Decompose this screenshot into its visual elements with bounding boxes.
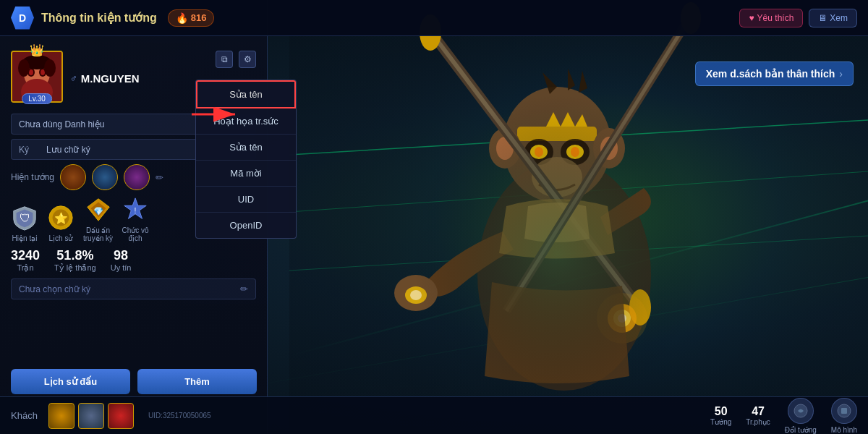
page-title: Thông tin kiện tướng xyxy=(41,11,157,25)
mo-hinh-icon xyxy=(831,398,857,424)
stat-ty-le-value: 51.8% xyxy=(56,248,93,263)
tuong-num: 50 xyxy=(715,405,728,418)
top-bar: D Thông tin kiện tướng 🔥 816 ♥ Yêu thích… xyxy=(0,0,868,36)
mo-hinh-button[interactable]: Mô hình xyxy=(831,398,857,434)
signature-placeholder: Chưa chọn chữ ký xyxy=(19,284,90,294)
badge-lich-su[interactable]: ⭐ Lịch sử xyxy=(47,204,75,242)
profile-name: M.NGUYEN xyxy=(81,72,140,85)
hien-tuong-avatar-1[interactable] xyxy=(60,164,86,190)
avatar-level: Lv.30 xyxy=(22,93,52,104)
them-button[interactable]: Thêm xyxy=(137,369,257,394)
settings-button[interactable]: ⚙ xyxy=(239,51,256,68)
stat-tran-label: Trận xyxy=(17,263,33,273)
avatar-wrapper: 👑 Lv.30 xyxy=(11,51,63,103)
svg-rect-62 xyxy=(841,408,847,414)
svg-text:⭐: ⭐ xyxy=(54,211,68,225)
badge-chuc-vo-dich[interactable]: ! Chức vôđịch xyxy=(122,196,149,242)
lich-su-button[interactable]: Lịch sử đấu xyxy=(11,369,130,394)
hien-tuong-edit-icon[interactable]: ✏ xyxy=(156,172,163,183)
stat-uy-tin: 98 Uy tín xyxy=(111,248,132,273)
dropdown-item-openid[interactable]: OpenID xyxy=(196,213,296,238)
doi-tuong-label: Đổi tướng xyxy=(785,426,817,434)
signature-edit-icon[interactable]: ✏ xyxy=(240,284,248,294)
fire-counter: 🔥 816 xyxy=(168,9,215,27)
badge-hien-tai-label: Hiện tại xyxy=(12,234,38,242)
badge-dau-an[interactable]: 💎 Dấu ấntruyền kỳ xyxy=(83,196,113,242)
tr-phuc-num: 47 xyxy=(752,405,765,418)
gender-icon: ♂ xyxy=(70,73,77,84)
monitor-icon: 🖥 xyxy=(818,13,827,23)
tooltip-text: Xem d.sách bản thân thích xyxy=(706,68,835,80)
svg-text:!: ! xyxy=(135,207,137,215)
khach-avatar-2[interactable] xyxy=(78,403,104,429)
fire-icon: 🔥 xyxy=(176,12,188,24)
profile-icons-row: ⧉ ⚙ xyxy=(70,51,256,68)
fire-count: 816 xyxy=(191,12,207,23)
badge-chuc-vo-dich-label: Chức vôđịch xyxy=(122,226,148,242)
khach-label: Khách xyxy=(11,410,38,421)
doi-tuong-icon xyxy=(788,398,814,424)
hien-tuong-avatar-2[interactable] xyxy=(92,164,118,190)
ky-label: Ký xyxy=(19,145,41,155)
dropdown-item-ma-moi[interactable]: Mã mời xyxy=(196,161,296,187)
stats-row: 3240 Trận 51.8% Tỷ lệ thắng 98 Uy tín xyxy=(11,248,256,273)
doi-tuong-button[interactable]: Đổi tướng xyxy=(785,398,817,434)
xem-button[interactable]: 🖥 Xem xyxy=(809,9,857,27)
stat-tran: 3240 Trận xyxy=(11,248,40,273)
tooltip-arrow-icon: › xyxy=(839,68,843,80)
crown-icon: 👑 xyxy=(30,43,44,57)
stat-uy-tin-label: Uy tín xyxy=(111,263,132,272)
khach-avatar-1[interactable] xyxy=(48,403,75,429)
svg-text:🛡: 🛡 xyxy=(20,212,30,224)
svg-point-38 xyxy=(412,94,702,412)
top-bar-actions: ♥ Yêu thích 🖥 Xem xyxy=(739,9,857,27)
badge-lich-su-label: Lịch sử xyxy=(49,234,73,242)
tuong-stat: 50 Tướng xyxy=(710,405,731,426)
stat-ty-le: 51.8% Tỷ lệ thắng xyxy=(54,248,96,273)
badge-dau-an-label: Dấu ấntruyền kỳ xyxy=(83,226,113,242)
uid-text: UID:325170050065 xyxy=(148,412,211,420)
svg-point-44 xyxy=(29,69,33,75)
signature-row: Chưa chọn chữ ký ✏ xyxy=(11,278,256,299)
stat-uy-tin-value: 98 xyxy=(114,248,128,263)
hien-tuong-avatar-3[interactable] xyxy=(124,164,150,190)
stat-ty-le-label: Tỷ lệ thắng xyxy=(54,263,96,273)
hien-tuong-label: Hiện tướng xyxy=(11,172,54,182)
red-arrow-indicator xyxy=(184,103,242,129)
app-logo: D xyxy=(11,7,34,30)
svg-point-47 xyxy=(18,59,30,77)
khach-avatar-3[interactable] xyxy=(108,403,134,429)
badge-hien-tai[interactable]: 🛡 Hiện tại xyxy=(11,204,38,242)
tooltip-box: Xem d.sách bản thân thích › xyxy=(695,61,854,86)
svg-point-48 xyxy=(44,59,56,77)
tr-phuc-label: Tr.phục xyxy=(746,418,770,426)
heart-icon: ♥ xyxy=(749,13,754,23)
dropdown-item-sua-ten[interactable]: Sửa tên xyxy=(196,135,296,161)
bottom-bar: Khách UID:325170050065 50 Tướng 47 Tr.ph… xyxy=(0,396,868,434)
dropdown-item-uid[interactable]: UID xyxy=(196,187,296,213)
svg-text:💎: 💎 xyxy=(93,206,104,216)
tuong-label: Tướng xyxy=(710,418,731,426)
bottom-buttons: Lịch sử đấu Thêm xyxy=(0,369,268,394)
tr-phuc-stat: 47 Tr.phục xyxy=(746,405,770,426)
yeu-thich-button[interactable]: ♥ Yêu thích xyxy=(739,9,803,27)
bottom-right-stats: 50 Tướng 47 Tr.phục Đổi tướng Mô xyxy=(710,398,857,434)
copy-button[interactable]: ⧉ xyxy=(216,51,233,68)
svg-point-45 xyxy=(41,69,45,75)
stat-tran-value: 3240 xyxy=(11,248,40,263)
khach-avatars xyxy=(48,403,134,429)
mo-hinh-label: Mô hình xyxy=(831,426,857,434)
